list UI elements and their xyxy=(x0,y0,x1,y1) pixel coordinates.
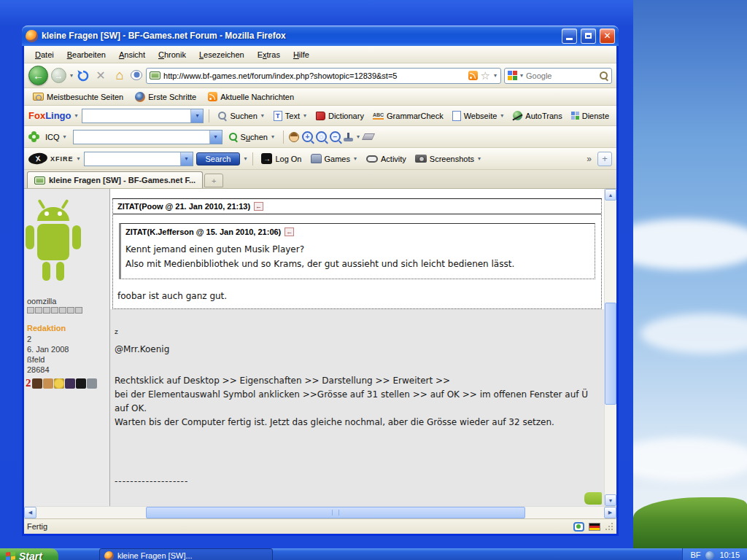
vertical-scrollbar[interactable]: ▲ ▼ xyxy=(604,189,616,506)
stop-button[interactable]: ✕ xyxy=(93,69,109,82)
scroll-track[interactable] xyxy=(36,507,604,518)
url-dropdown-icon[interactable]: ▾ xyxy=(493,72,498,79)
search-box[interactable]: ▾ xyxy=(504,68,612,84)
cloud xyxy=(633,219,747,270)
menu-datei[interactable]: Datei xyxy=(28,47,61,62)
menu-extras[interactable]: Extras xyxy=(251,47,287,62)
zoom-in-button[interactable]: + xyxy=(302,131,313,142)
foxlingo-dictionary-button[interactable]: Dictionary xyxy=(313,110,367,122)
zoom-out-button[interactable]: − xyxy=(330,131,341,142)
scroll-thumb[interactable] xyxy=(605,303,616,405)
dropdown-icon[interactable]: ▾ xyxy=(477,155,481,162)
dropdown-icon[interactable]: ▾ xyxy=(260,112,265,119)
foxlingo-combobox[interactable]: ▾ xyxy=(82,109,204,123)
close-button[interactable]: ✕ xyxy=(600,28,615,44)
reload-button[interactable] xyxy=(77,69,90,82)
xfire-activity-button[interactable]: Activity xyxy=(363,153,409,165)
german-flag-icon[interactable] xyxy=(589,523,600,531)
foxlingo-dienste-button[interactable]: Dienste xyxy=(568,110,612,122)
foxlingo-suchen-button[interactable]: Suchen▾ xyxy=(214,109,267,122)
joystick-icon[interactable] xyxy=(344,133,353,141)
scroll-thumb[interactable] xyxy=(146,507,525,518)
tray-icon[interactable] xyxy=(705,551,714,560)
forward-button[interactable]: → xyxy=(51,68,66,83)
icq-menu-button[interactable]: ICQ▾ xyxy=(42,131,70,143)
url-bar[interactable]: ☆ ▾ xyxy=(146,68,501,84)
scroll-right-icon[interactable]: ▶ xyxy=(604,507,616,518)
history-dropdown-icon[interactable]: ▾ xyxy=(69,72,74,79)
foxlingo-logo[interactable]: FoxLingo xyxy=(28,110,71,121)
taskbar: Start kleine Fragen [SW]... BF 10:15 xyxy=(0,548,747,560)
horizontal-scrollbar[interactable]: ◀ ▶ xyxy=(24,506,616,518)
desktop-wallpaper xyxy=(633,0,747,548)
navigation-toolbar: ← → ▾ ✕ ⌂ ☆ ▾ xyxy=(24,63,616,88)
search-engine-dropdown-icon[interactable]: ▾ xyxy=(519,72,524,79)
dropdown-icon[interactable]: ▾ xyxy=(353,155,357,162)
xfire-logon-button[interactable]: →Log On xyxy=(258,152,304,166)
start-button[interactable]: Start xyxy=(0,548,58,560)
xfire-search-button[interactable]: Search xyxy=(196,152,241,166)
dropdown-icon[interactable]: ▾ xyxy=(63,133,67,140)
bookmark-aktuelle-nachrichten[interactable]: Aktuelle Nachrichten xyxy=(204,90,298,103)
foxlingo-autotrans-button[interactable]: AutoTrans xyxy=(510,109,565,122)
xfire-dropdown-icon[interactable]: ▾ xyxy=(77,155,81,162)
rss-icon[interactable] xyxy=(468,71,478,80)
quote-line: Kennt jemand einen guten Musik Player? xyxy=(125,242,590,257)
clear-icon[interactable] xyxy=(362,133,375,140)
combo-dropdown-icon[interactable]: ▾ xyxy=(209,131,222,144)
bookmark-star-icon[interactable]: ☆ xyxy=(481,69,490,82)
toolbar-overflow-icon[interactable]: » xyxy=(587,154,592,164)
dropdown-icon[interactable]: ▾ xyxy=(243,155,247,162)
wallpaper-hill xyxy=(633,497,747,548)
combo-dropdown-icon[interactable]: ▾ xyxy=(190,109,203,122)
icq-combobox[interactable]: ▾ xyxy=(73,130,222,144)
combo-dropdown-icon[interactable]: ▾ xyxy=(180,152,193,166)
add-toolbar-button[interactable]: + xyxy=(597,152,612,166)
xfire-games-button[interactable]: Games▾ xyxy=(308,152,360,165)
foxlingo-webseite-button[interactable]: Webseite▾ xyxy=(449,109,508,122)
foxlingo-grammarcheck-button[interactable]: ABCGrammarCheck xyxy=(370,110,446,122)
bookmark-erste-schritte[interactable]: Erste Schritte xyxy=(131,90,201,104)
scroll-down-icon[interactable]: ▼ xyxy=(605,494,616,506)
back-button[interactable]: ← xyxy=(28,66,48,85)
search-input[interactable] xyxy=(526,71,597,80)
menu-bearbeiten[interactable]: Bearbeiten xyxy=(61,47,112,62)
scroll-left-icon[interactable]: ◀ xyxy=(24,507,36,518)
new-tab-button[interactable]: + xyxy=(204,174,223,187)
icq-contact-icon[interactable] xyxy=(289,132,299,142)
xfire-screenshots-button[interactable]: Screenshots▾ xyxy=(412,153,484,165)
menu-ansicht[interactable]: Ansicht xyxy=(112,47,152,62)
green-badge[interactable] xyxy=(584,492,602,505)
dropdown-icon[interactable]: ▾ xyxy=(271,133,275,140)
addon-bubble-icon[interactable] xyxy=(573,522,584,532)
bookmark-meistbesuchte[interactable]: Meistbesuchte Seiten xyxy=(28,91,128,103)
tab-active[interactable]: kleine Fragen [SW] - BF-Games.net F... xyxy=(27,171,203,188)
menu-lesezeichen[interactable]: Lesezeichen xyxy=(193,47,251,62)
globe-button[interactable] xyxy=(131,70,143,81)
webpage-icon xyxy=(452,111,461,121)
dropdown-icon[interactable]: ▾ xyxy=(500,112,504,119)
dropdown-icon[interactable]: ▾ xyxy=(356,133,360,140)
menu-hilfe[interactable]: Hilfe xyxy=(287,47,316,62)
xfire-combobox[interactable]: ▾ xyxy=(84,152,193,166)
foxlingo-text-button[interactable]: TText▾ xyxy=(271,109,310,122)
titlebar[interactable]: kleine Fragen [SW] - BF-Games.net Forum … xyxy=(22,26,619,46)
icq-suchen-button[interactable]: Suchen ▾ xyxy=(225,131,278,143)
foxlingo-dropdown-icon[interactable]: ▾ xyxy=(74,112,79,119)
zoom-reset-button[interactable]: ◌ xyxy=(316,131,327,142)
quote-jump-icon[interactable]: ← xyxy=(285,228,294,236)
maximize-button[interactable] xyxy=(581,28,596,44)
username[interactable]: oomzilla xyxy=(27,297,109,306)
home-button[interactable]: ⌂ xyxy=(112,68,128,83)
quote-jump-icon[interactable]: ← xyxy=(254,202,263,211)
url-input[interactable] xyxy=(163,71,465,80)
taskbar-task-button[interactable]: kleine Fragen [SW]... xyxy=(99,548,273,560)
resize-grip[interactable] xyxy=(605,522,614,531)
menu-chronik[interactable]: Chronik xyxy=(152,47,193,62)
scroll-up-icon[interactable]: ▲ xyxy=(605,189,616,201)
scroll-track[interactable] xyxy=(605,201,616,494)
search-icon[interactable] xyxy=(599,71,608,80)
dropdown-icon[interactable]: ▾ xyxy=(303,112,307,119)
system-tray: BF 10:15 xyxy=(682,548,747,560)
minimize-button[interactable] xyxy=(562,28,577,44)
